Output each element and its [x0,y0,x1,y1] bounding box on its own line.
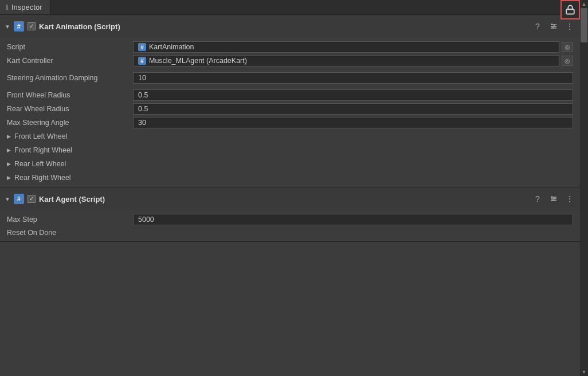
rear-wheel-radius-label: Rear Wheel Radius [7,105,133,113]
rear-wheel-radius-row: Rear Wheel Radius 0.5 [0,102,580,116]
help-button[interactable]: ? [532,21,543,32]
steering-damping-row: Steering Animation Damping 10 [0,71,580,85]
agent-more-button[interactable]: ⋮ [564,193,575,205]
front-wheel-radius-row: Front Wheel Radius 0.5 [0,88,580,102]
kart-animation-component: ▼ # Kart Animation (Script) ? [0,15,580,187]
agent-component-title: Kart Agent (Script) [39,195,528,203]
agent-settings-icon [550,195,558,203]
max-steering-angle-label: Max Steering Angle [7,119,133,127]
agent-settings-button[interactable] [548,193,559,205]
main-panel: ℹ Inspector ▼ # Kart Animation (Script) [0,0,580,376]
agent-script-badge: # [14,194,24,204]
scroll-thumb[interactable] [581,8,587,42]
component-enable-checkbox[interactable] [28,22,36,30]
steering-damping-label: Steering Animation Damping [7,74,133,82]
front-left-wheel-group[interactable]: ▶ Front Left Wheel [0,130,580,143]
lock-button[interactable] [560,0,580,19]
rear-left-arrow: ▶ [7,161,11,167]
script-hash-icon: # [138,43,146,51]
kart-controller-value[interactable]: # Muscle_MLAgent (ArcadeKart) [133,55,559,66]
agent-enable-checkbox[interactable] [28,195,36,203]
collapse-arrow[interactable]: ▼ [5,23,10,30]
agent-help-button[interactable]: ? [532,193,543,205]
lock-icon [565,5,575,15]
reset-on-done-row: Reset On Done [0,226,580,239]
info-icon: ℹ [6,3,9,11]
inspector-panel: ℹ Inspector ▼ # Kart Animation (Script) [0,0,588,376]
kart-agent-component: ▼ # Kart Agent (Script) ? [0,187,580,242]
inspector-tab[interactable]: ℹ Inspector [0,0,50,14]
rear-right-wheel-group[interactable]: ▶ Rear Right Wheel [0,171,580,185]
controller-hash-icon: # [138,57,146,65]
kart-agent-properties: Max Step 5000 Reset On Done [0,210,580,241]
kart-animation-properties: Script # KartAnimation ◎ Kart Controller [0,38,580,187]
front-wheel-radius-value[interactable]: 0.5 [133,89,573,101]
rear-left-label: Rear Left Wheel [14,160,66,168]
kart-controller-value-text: Muscle_MLAgent (ArcadeKart) [149,57,247,65]
front-right-wheel-group[interactable]: ▶ Front Right Wheel [0,143,580,157]
script-target-button[interactable]: ◎ [562,42,573,52]
script-label: Script [7,43,133,51]
scrollbar[interactable]: ▲ ▼ [580,0,588,376]
kart-agent-header[interactable]: ▼ # Kart Agent (Script) ? [0,187,580,210]
kart-animation-header[interactable]: ▼ # Kart Animation (Script) ? [0,15,580,38]
front-left-label: Front Left Wheel [14,132,67,140]
rear-right-arrow: ▶ [7,175,11,181]
tab-bar: ℹ Inspector [0,0,580,15]
steering-damping-value[interactable]: 10 [133,72,573,84]
script-badge: # [14,21,24,32]
rear-wheel-radius-value[interactable]: 0.5 [133,103,573,115]
scroll-track[interactable] [580,8,588,368]
script-value[interactable]: # KartAnimation [133,41,559,53]
rear-right-label: Rear Right Wheel [14,174,71,182]
more-button[interactable]: ⋮ [564,21,575,32]
max-step-value[interactable]: 5000 [133,214,573,225]
kart-controller-row: Kart Controller # Muscle_MLAgent (Arcade… [0,54,580,68]
front-right-label: Front Right Wheel [14,146,72,154]
component-title: Kart Animation (Script) [39,22,528,31]
agent-collapse-arrow[interactable]: ▼ [5,196,10,202]
controller-target-button[interactable]: ◎ [562,56,573,66]
kart-controller-label: Kart Controller [7,57,133,65]
settings-icon [550,22,558,30]
max-steering-angle-row: Max Steering Angle 30 [0,116,580,130]
kart-controller-value-wrapper: # Muscle_MLAgent (ArcadeKart) ◎ [133,55,573,66]
max-steering-angle-value[interactable]: 30 [133,117,573,128]
inspector-content[interactable]: ▼ # Kart Animation (Script) ? [0,15,580,376]
front-wheel-radius-label: Front Wheel Radius [7,91,133,99]
settings-button[interactable] [548,21,559,32]
reset-on-done-label: Reset On Done [7,229,133,237]
scroll-up-button[interactable]: ▲ [580,0,588,8]
tab-label: Inspector [11,3,42,11]
max-step-row: Max Step 5000 [0,213,580,226]
script-row: Script # KartAnimation ◎ [0,40,580,54]
script-value-text: KartAnimation [149,43,194,51]
header-actions: ? ⋮ [532,21,575,32]
scroll-down-button[interactable]: ▼ [580,368,588,376]
front-right-arrow: ▶ [7,147,11,153]
rear-left-wheel-group[interactable]: ▶ Rear Left Wheel [0,157,580,171]
script-value-wrapper: # KartAnimation ◎ [133,41,573,53]
svg-rect-0 [566,9,574,14]
front-left-arrow: ▶ [7,134,11,139]
max-step-label: Max Step [7,216,133,224]
agent-header-actions: ? ⋮ [532,193,575,205]
